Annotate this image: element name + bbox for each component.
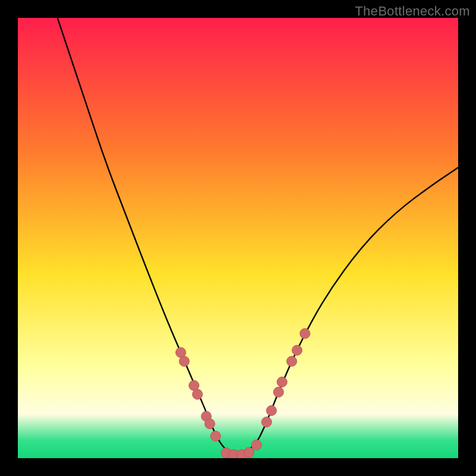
curve-dot xyxy=(205,419,215,429)
curve-layer xyxy=(18,18,458,458)
chart-stage: TheBottleneck.com xyxy=(0,0,476,476)
curve-dot xyxy=(287,356,297,367)
curve-dot xyxy=(192,389,202,399)
curve-dot xyxy=(277,377,287,387)
plot-area xyxy=(18,18,458,458)
curve-dot xyxy=(262,417,272,427)
curve-dot xyxy=(292,345,302,355)
curve-dot xyxy=(179,356,189,367)
curve-dot xyxy=(211,431,221,441)
bottleneck-curve xyxy=(58,18,458,454)
curve-dot xyxy=(274,387,284,397)
curve-dot xyxy=(267,406,277,416)
curve-dot xyxy=(244,447,254,458)
curve-dot xyxy=(300,328,310,339)
curve-dot xyxy=(252,440,262,450)
watermark-text: TheBottleneck.com xyxy=(355,4,470,19)
curve-dots xyxy=(176,328,310,458)
